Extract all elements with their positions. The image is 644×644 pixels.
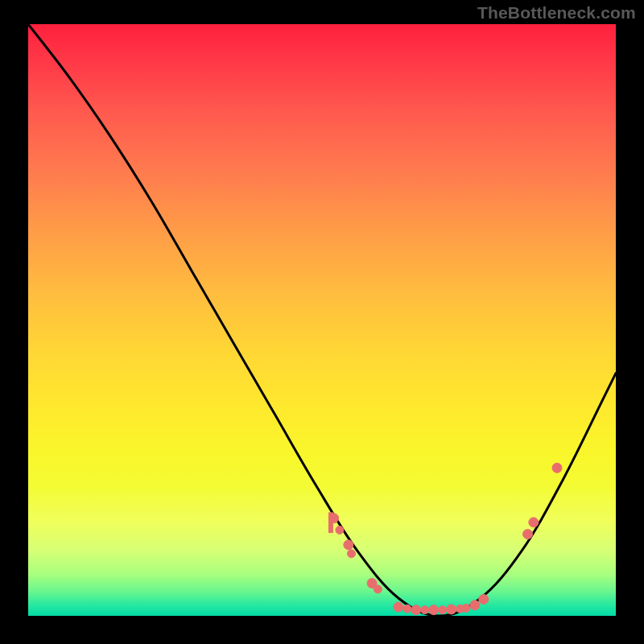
data-marker bbox=[329, 514, 339, 523]
data-marker bbox=[348, 550, 356, 558]
data-marker bbox=[529, 518, 539, 527]
chart-container: TheBottleneck.com bbox=[0, 0, 644, 644]
data-marker bbox=[411, 605, 421, 615]
plot-svg bbox=[28, 24, 616, 616]
data-marker bbox=[462, 604, 470, 612]
plot-area bbox=[28, 24, 616, 616]
data-marker bbox=[336, 526, 344, 534]
data-marker bbox=[439, 606, 447, 614]
data-marker bbox=[470, 601, 480, 610]
data-marker bbox=[552, 463, 562, 473]
data-marker bbox=[421, 606, 429, 614]
data-marker bbox=[403, 605, 411, 613]
data-marker bbox=[429, 605, 439, 615]
markers-group bbox=[329, 463, 562, 614]
watermark-text: TheBottleneck.com bbox=[477, 3, 636, 23]
data-marker bbox=[374, 585, 382, 593]
data-marker bbox=[344, 540, 353, 550]
data-marker bbox=[479, 594, 489, 604]
data-marker bbox=[523, 530, 533, 539]
data-marker bbox=[394, 602, 403, 612]
bottleneck-curve bbox=[28, 24, 616, 616]
data-marker bbox=[447, 605, 456, 614]
